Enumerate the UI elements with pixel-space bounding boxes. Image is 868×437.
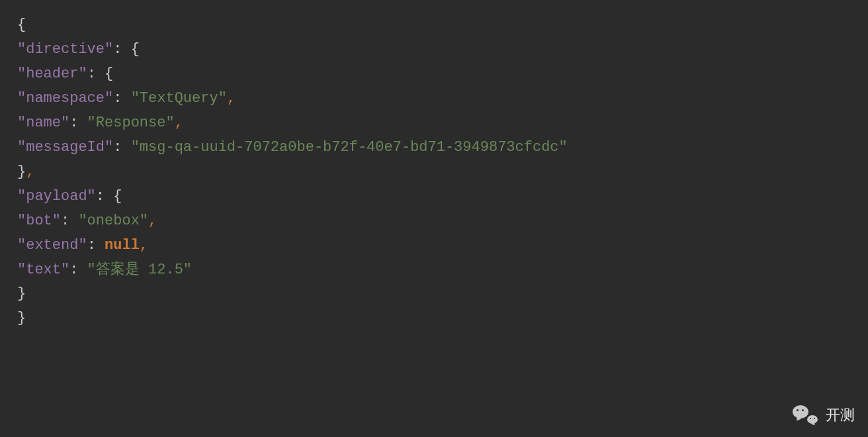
code-editor[interactable]: { "directive": { "header": { "namespace"… <box>0 0 868 331</box>
colon: : <box>113 41 122 58</box>
code-line: "bot": "onebox", <box>17 209 868 234</box>
json-key: "messageId" <box>17 139 113 156</box>
brace-open: { <box>17 17 26 33</box>
json-key: "payload" <box>17 188 96 205</box>
watermark-label: 开测 <box>826 403 855 428</box>
brace-close: } <box>17 164 26 180</box>
brace-close: } <box>17 285 26 302</box>
json-key: "directive" <box>17 41 113 58</box>
brace-open: { <box>122 41 139 58</box>
code-line: }, <box>17 160 868 185</box>
colon: : <box>69 262 78 278</box>
comma: , <box>140 237 148 254</box>
colon: : <box>87 237 105 254</box>
code-line: } <box>17 282 868 307</box>
json-key: "bot" <box>17 213 61 229</box>
json-key: "name" <box>17 115 69 131</box>
colon: : <box>96 188 105 205</box>
brace-close: } <box>17 310 26 326</box>
code-line: "directive": { <box>17 38 868 62</box>
colon: : <box>87 66 96 82</box>
json-value: "TextQuery" <box>122 90 226 107</box>
comma: , <box>26 164 34 180</box>
colon: : <box>61 213 69 229</box>
wechat-icon <box>793 405 819 426</box>
code-line: "extend": null, <box>17 234 868 258</box>
code-line: "namespace": "TextQuery", <box>17 87 868 111</box>
code-line: { <box>17 13 868 38</box>
code-line: "payload": { <box>17 185 868 209</box>
json-value: "答案是 12.5" <box>78 262 192 278</box>
code-line: "text": "答案是 12.5" <box>17 258 868 283</box>
code-line: "messageId": "msg-qa-uuid-7072a0be-b72f-… <box>17 136 868 160</box>
json-value: "msg-qa-uuid-7072a0be-b72f-40e7-bd71-394… <box>122 139 567 156</box>
code-line: "name": "Response", <box>17 111 868 136</box>
watermark: 开测 <box>793 403 855 428</box>
json-null: null <box>105 237 140 254</box>
json-key: "extend" <box>17 237 87 254</box>
brace-open: { <box>96 66 113 82</box>
colon: : <box>113 139 122 156</box>
comma: , <box>227 90 236 107</box>
json-value: "Response" <box>78 115 174 131</box>
json-key: "namespace" <box>17 90 113 107</box>
json-value: "onebox" <box>69 213 148 229</box>
colon: : <box>113 90 122 107</box>
json-key: "text" <box>17 262 69 278</box>
json-key: "header" <box>17 66 87 82</box>
code-line: } <box>17 307 868 331</box>
brace-open: { <box>105 188 122 205</box>
code-line: "header": { <box>17 62 868 87</box>
colon: : <box>69 115 78 131</box>
comma: , <box>148 213 157 229</box>
comma: , <box>175 115 183 131</box>
